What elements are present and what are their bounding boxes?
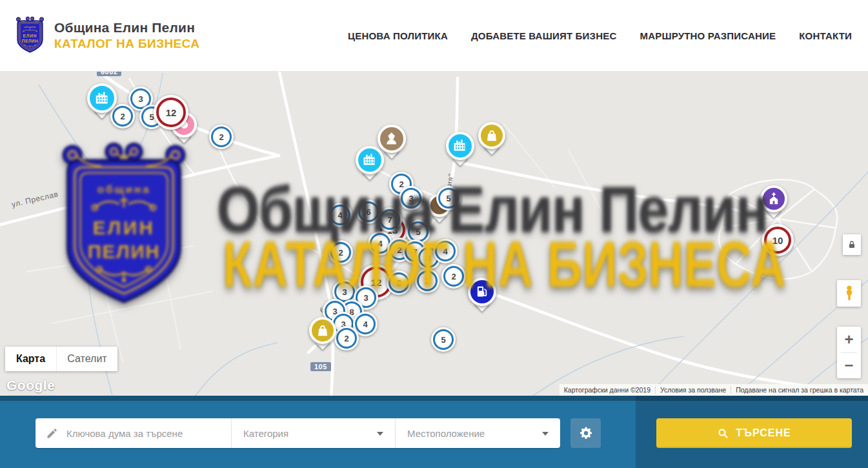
map-cluster-marker[interactable]: 10 xyxy=(762,224,794,256)
category-select-value: Категория xyxy=(243,428,288,439)
factory-icon xyxy=(446,132,474,160)
cluster-count: 4 xyxy=(443,247,447,256)
location-select[interactable]: Местоположение xyxy=(395,418,560,448)
zoom-out-button[interactable]: − xyxy=(837,353,861,378)
cluster-count: 6 xyxy=(366,207,370,217)
site-logo[interactable]: община ЕЛИН ПЕЛИН Община Елин Пелин КАТА… xyxy=(15,14,199,57)
search-button[interactable]: ТЪРСЕНЕ xyxy=(656,418,852,448)
cluster-count: 8 xyxy=(426,253,430,263)
bottom-search-bar: Категория Местоположение ТЪРСЕНЕ xyxy=(0,396,868,468)
map-cluster-marker[interactable]: 2 xyxy=(415,269,439,293)
factory-icon xyxy=(356,146,384,174)
marker-fuel[interactable] xyxy=(468,278,496,314)
site-title: Община Елин Пелин xyxy=(54,20,199,36)
marker-bag[interactable] xyxy=(309,317,336,352)
church-icon xyxy=(760,185,787,212)
marker-factory[interactable] xyxy=(87,83,117,121)
map-cluster-marker[interactable]: 4 xyxy=(433,239,458,263)
gear-icon xyxy=(578,425,594,441)
cluster-count: 5 xyxy=(441,335,445,345)
map-cluster-marker[interactable]: 12 xyxy=(154,95,188,130)
site-title-block: Община Елин Пелин КАТАЛОГ НА БИЗНЕСА xyxy=(54,20,199,51)
cluster-count: 3 xyxy=(138,94,143,104)
municipality-emblem-icon: община ЕЛИН ПЕЛИН xyxy=(15,14,45,57)
map-type-map-button[interactable]: Карта xyxy=(5,347,56,371)
svg-text:ЕЛИН: ЕЛИН xyxy=(23,34,37,38)
cluster-count: 12 xyxy=(166,107,177,118)
map-cluster-marker[interactable]: 5 xyxy=(436,186,461,210)
nav-route-schedule[interactable]: МАРШРУТНО РАЗПИСАНИЕ xyxy=(640,30,776,41)
map-cluster-marker[interactable]: 5 xyxy=(431,327,456,352)
map-cluster-marker[interactable]: 2 xyxy=(441,264,466,289)
cluster-count: 2 xyxy=(120,112,125,121)
cluster-count: 2 xyxy=(425,276,429,286)
map-cluster-marker[interactable]: 2 xyxy=(209,125,234,149)
bag-icon xyxy=(309,317,336,344)
map-cluster-marker[interactable]: 2 xyxy=(328,240,353,265)
marker-factory[interactable] xyxy=(446,132,474,168)
nav-contacts[interactable]: КОНТАКТИ xyxy=(799,30,852,41)
cluster-count: 10 xyxy=(772,235,783,246)
map-cluster-marker[interactable]: 4 xyxy=(328,203,352,227)
map-cluster-marker[interactable]: 7 xyxy=(378,207,402,232)
fullscreen-lock-control[interactable] xyxy=(843,234,861,255)
marker-church[interactable] xyxy=(760,185,787,220)
cluster-count: 12 xyxy=(371,277,382,288)
header: община ЕЛИН ПЕЛИН Община Елин Пелин КАТА… xyxy=(0,0,868,72)
map-cluster-marker[interactable]: 3 xyxy=(399,186,423,210)
cluster-count: 8 xyxy=(396,278,401,288)
cluster-count: 5 xyxy=(416,227,420,237)
chevron-down-icon xyxy=(542,432,549,436)
terms-of-use-link[interactable]: Условия за ползване xyxy=(655,386,731,394)
cluster-count: 7 xyxy=(387,215,392,225)
bag-icon xyxy=(478,122,505,149)
marker-factory[interactable] xyxy=(356,146,384,182)
map-attribution: Картографски данни ©2019 Условия за полз… xyxy=(560,384,868,396)
page: община ЕЛИН ПЕЛИН Община Елин Пелин КАТА… xyxy=(0,0,868,468)
cluster-count: 2 xyxy=(451,272,456,281)
marker-bag[interactable] xyxy=(478,122,505,157)
cluster-count: 4 xyxy=(338,210,342,220)
nav-add-your-business[interactable]: ДОБАВЕТЕ ВАШИЯТ БИЗНЕС xyxy=(471,30,616,41)
report-map-error-link[interactable]: Подаване на сигнал за грешка в картата xyxy=(731,386,868,394)
pegman-control[interactable] xyxy=(837,280,861,307)
chevron-down-icon xyxy=(377,432,383,436)
google-logo[interactable]: Google xyxy=(6,378,55,393)
category-select[interactable]: Категория xyxy=(231,418,395,448)
main-nav: ЦЕНОВА ПОЛИТИКА ДОБАВЕТЕ ВАШИЯТ БИЗНЕС М… xyxy=(348,0,852,72)
cluster-count: 2 xyxy=(344,334,348,343)
search-button-label: ТЪРСЕНЕ xyxy=(736,427,791,439)
svg-text:община: община xyxy=(24,25,36,28)
factory-icon xyxy=(87,83,117,113)
search-icon xyxy=(717,427,729,440)
nav-pricing-policy[interactable]: ЦЕНОВА ПОЛИТИКА xyxy=(348,30,448,41)
map-cluster-marker[interactable]: 8 xyxy=(387,270,411,295)
advanced-search-button[interactable] xyxy=(570,418,601,448)
road-number-label: 105 xyxy=(310,362,331,371)
cluster-count: 5 xyxy=(446,194,450,203)
cluster-count: 2 xyxy=(338,248,343,258)
map-cluster-marker[interactable]: 2 xyxy=(334,326,359,351)
cluster-count: 3 xyxy=(409,194,413,203)
cluster-count: 2 xyxy=(399,179,403,189)
location-select-value: Местоположение xyxy=(407,428,485,439)
cluster-count: 2 xyxy=(219,132,223,142)
fuel-icon xyxy=(468,278,496,306)
attribution-copyright: Картографски данни ©2019 xyxy=(560,386,655,394)
map-canvas[interactable]: 6002105ул. Преславбул. „Новоселция" 3251… xyxy=(0,72,868,396)
lock-icon xyxy=(847,239,857,250)
keyword-field[interactable] xyxy=(35,418,231,448)
map-type-control: Карта Сателит xyxy=(5,347,117,371)
road-number-label: 6002 xyxy=(97,72,121,76)
svg-text:ПЕЛИН: ПЕЛИН xyxy=(22,39,38,43)
search-fields-group: Категория Местоположение xyxy=(35,418,560,448)
cluster-count: 4 xyxy=(363,320,367,329)
cluster-count: 4 xyxy=(378,239,382,249)
cluster-count: 3 xyxy=(363,293,368,303)
map-type-satellite-button[interactable]: Сателит xyxy=(56,347,117,371)
keyword-input[interactable] xyxy=(66,428,231,439)
zoom-control: + − xyxy=(837,327,861,378)
zoom-in-button[interactable]: + xyxy=(837,327,861,352)
pencil-icon xyxy=(46,427,59,440)
bar-top-shade xyxy=(0,396,868,401)
